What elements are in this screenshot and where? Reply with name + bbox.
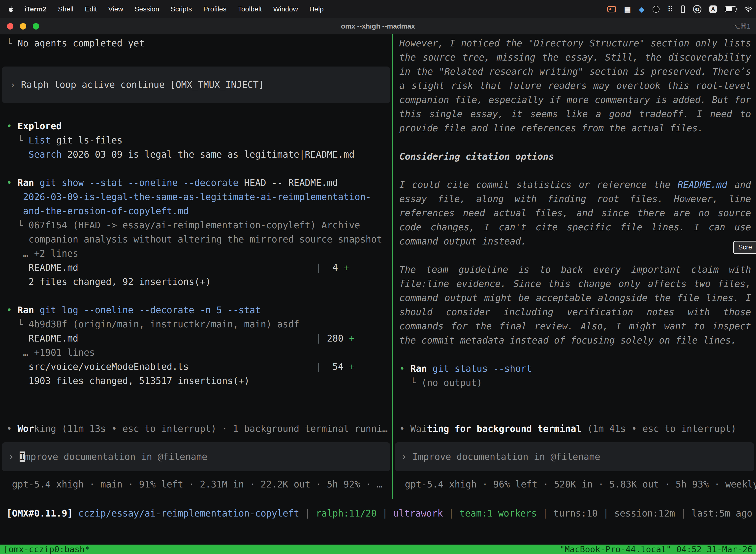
menu-session[interactable]: Session bbox=[134, 5, 159, 13]
iphone-icon[interactable] bbox=[681, 5, 685, 13]
input-source-icon[interactable]: A bbox=[709, 5, 717, 13]
terminal-line: companion analysis without altering the … bbox=[0, 232, 392, 246]
text-segment: … +1901 lines bbox=[6, 347, 95, 358]
text-segment: git log --oneline --decorate -n 5 --stat bbox=[34, 305, 260, 316]
text-segment: | bbox=[316, 262, 321, 273]
menu-app-name[interactable]: iTerm2 bbox=[24, 5, 47, 13]
wifi-icon[interactable] bbox=[744, 6, 753, 12]
text-segment: mprove documentation in @filename bbox=[25, 451, 207, 462]
apple-menu-icon[interactable] bbox=[7, 6, 14, 13]
menu-view[interactable]: View bbox=[108, 5, 123, 13]
text-segment: README.md bbox=[678, 179, 727, 190]
left-prompt-input[interactable]: › Improve documentation in @filename bbox=[2, 442, 390, 472]
terminal-line: • Working (11m 13s • esc to interrupt) ·… bbox=[0, 422, 392, 436]
right-terminal-pane[interactable]: However, I noticed the "Directory Struct… bbox=[393, 34, 756, 499]
text-segment: › bbox=[10, 79, 21, 90]
text-segment: Search bbox=[28, 149, 62, 160]
tmux-status-bar: [omx-cczip0:bash* "MacBook-Pro-44.local"… bbox=[0, 545, 756, 554]
split-panes: └ No agents completed yet› Ralph loop ac… bbox=[0, 34, 756, 499]
text-segment: Considering citation options bbox=[399, 151, 554, 162]
text-segment: 2026-03-09-is-legal-the-same-as-legitima… bbox=[62, 149, 355, 160]
keyboard-icon[interactable]: ▦ bbox=[624, 5, 631, 14]
text-segment: • bbox=[6, 177, 18, 188]
waiting-status-line: • Waiting for background terminal (1m 41… bbox=[393, 422, 756, 436]
text-segment: … +2 lines bbox=[6, 248, 78, 259]
terminal-line: … +1901 lines bbox=[0, 345, 392, 359]
text-segment: ultrawork bbox=[393, 508, 443, 519]
menu-window[interactable]: Window bbox=[273, 5, 298, 13]
text-segment: README.md bbox=[6, 262, 316, 273]
text-segment: └ 4b9d30f (origin/main, instructkr/main,… bbox=[6, 319, 299, 330]
tmux-session-label[interactable]: [omx-cczip0:bash* bbox=[3, 545, 90, 554]
terminal-line: The team guideline is to back every impo… bbox=[393, 263, 756, 347]
dots-grid-icon[interactable]: ⠿ bbox=[668, 5, 673, 14]
left-pane-spacer bbox=[0, 388, 392, 422]
text-segment: | bbox=[443, 508, 460, 519]
terminal-line: • Explored bbox=[0, 119, 392, 133]
screenshot-tooltip[interactable]: Scre bbox=[733, 241, 756, 254]
menu-edit[interactable]: Edit bbox=[85, 5, 97, 13]
battery-percent-badge[interactable]: 61 bbox=[693, 5, 701, 13]
working-status-line: • Working (11m 13s • esc to interrupt) ·… bbox=[0, 422, 392, 436]
terminal-line: › Improve documentation in @filename bbox=[395, 450, 754, 464]
text-segment: | bbox=[316, 333, 321, 344]
text-segment: I could cite commit statistics or refere… bbox=[399, 179, 678, 190]
menu-bar-status-icons: ▦ ◆ ⠿ 61 A bbox=[607, 5, 754, 14]
text-segment: (1m 41s • esc to interrupt) bbox=[582, 424, 737, 434]
dark-circle-app-icon[interactable] bbox=[652, 6, 659, 13]
text-segment: companion analysis without altering the … bbox=[6, 234, 382, 245]
text-segment: • bbox=[399, 364, 411, 374]
text-segment: session:12m bbox=[614, 508, 675, 519]
terminal-line: • Ran git show --stat --oneline --decora… bbox=[0, 176, 392, 190]
menu-help[interactable]: Help bbox=[309, 5, 324, 13]
screen-recording-indicator-icon[interactable] bbox=[607, 6, 616, 12]
menu-shell[interactable]: Shell bbox=[58, 5, 73, 13]
terminal-line: › Improve documentation in @filename bbox=[2, 450, 390, 464]
left-model-status-line: gpt-5.4 xhigh · main · 91% left · 2.31M … bbox=[0, 477, 392, 491]
window-title-bar: omx --xhigh --madmax ⌥⌘1 bbox=[0, 18, 756, 34]
text-segment: | bbox=[377, 508, 393, 519]
terminal-line: › Ralph loop active continue [OMX_TMUX_I… bbox=[2, 66, 390, 103]
battery-icon[interactable] bbox=[725, 6, 736, 12]
text-segment: 54 bbox=[321, 362, 349, 372]
text-segment: Explored bbox=[18, 121, 62, 131]
right-prompt-input[interactable]: › Improve documentation in @filename bbox=[395, 442, 754, 472]
battery-fill bbox=[726, 7, 732, 11]
text-segment: and-the-erosion-of-copyleft.md bbox=[6, 206, 189, 216]
menu-scripts[interactable]: Scripts bbox=[171, 5, 192, 13]
app-blue-icon[interactable]: ◆ bbox=[639, 5, 645, 14]
terminal-line: • Waiting for background terminal (1m 41… bbox=[393, 422, 756, 436]
text-segment: | bbox=[537, 508, 554, 519]
terminal-line: └ No agents completed yet bbox=[0, 36, 392, 50]
terminal-line: … +2 lines bbox=[0, 246, 392, 261]
text-segment: List bbox=[28, 135, 51, 146]
text-segment: › bbox=[8, 451, 19, 462]
text-segment: ralph:11/20 bbox=[316, 508, 377, 519]
text-segment: team:1 workers bbox=[460, 508, 537, 519]
tmux-host-clock-label: "MacBook-Pro-44.local" 04:52 31-Mar-26 bbox=[560, 545, 753, 554]
text-segment: Wor bbox=[18, 424, 34, 434]
text-segment: | bbox=[675, 508, 692, 519]
text-segment: + bbox=[343, 262, 349, 273]
text-segment: └ (no output) bbox=[399, 378, 482, 388]
text-segment: git ls-files bbox=[51, 135, 123, 146]
terminal-line: 2 files changed, 92 insertions(+) bbox=[0, 275, 392, 289]
terminal-line bbox=[0, 50, 392, 64]
text-segment: • bbox=[6, 424, 18, 434]
text-segment: └ 067f154 (HEAD -> essay/ai-reimplementa… bbox=[6, 220, 360, 231]
text-segment: git show --stat --oneline --decorate bbox=[34, 177, 238, 188]
text-segment: src/voice/voiceModeEnabled.ts bbox=[6, 362, 316, 372]
menu-bar-left: iTerm2 Shell Edit View Session Scripts P… bbox=[7, 5, 324, 13]
menu-profiles[interactable]: Profiles bbox=[203, 5, 227, 13]
left-terminal-pane[interactable]: └ No agents completed yet› Ralph loop ac… bbox=[0, 34, 392, 499]
terminal-line bbox=[0, 105, 392, 119]
right-model-status-line: gpt-5.4 xhigh · 96% left · 520K in · 5.8… bbox=[393, 477, 756, 491]
text-segment: cczip/essay/ai-reimplementation-copyleft bbox=[78, 508, 299, 519]
terminal-empty-space bbox=[0, 520, 756, 545]
terminal-line: 2026-03-09-is-legal-the-same-as-legitima… bbox=[0, 190, 392, 204]
text-segment: └ bbox=[6, 38, 18, 49]
menu-toolbelt[interactable]: Toolbelt bbox=[238, 5, 262, 13]
text-segment: Ran bbox=[18, 305, 34, 316]
terminal-line: Search 2026-03-09-is-legal-the-same-as-l… bbox=[0, 148, 392, 162]
terminal-line: README.md | 4 + bbox=[0, 261, 392, 275]
